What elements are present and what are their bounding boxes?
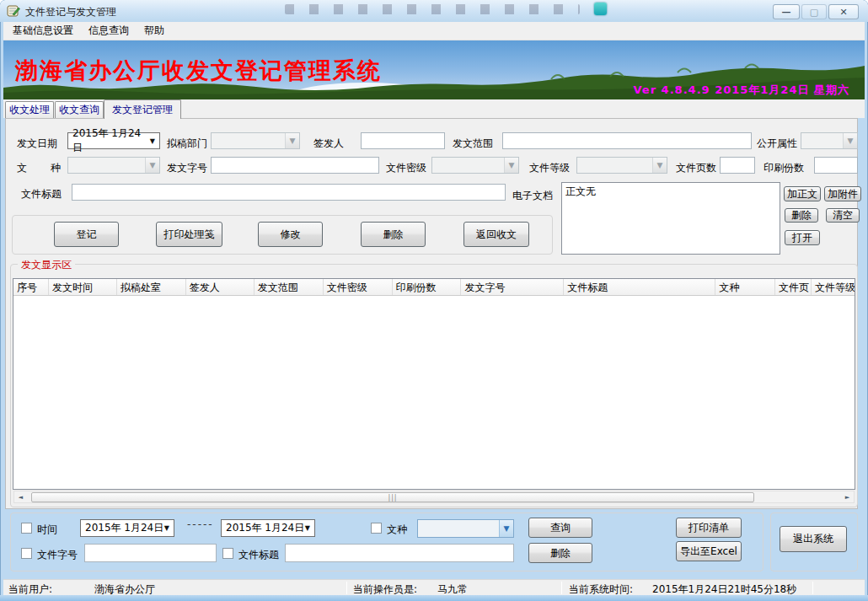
col-doc-type[interactable]: 文种: [715, 279, 775, 295]
chevron-down-icon: ▼: [285, 133, 299, 148]
statusbar-separator: [561, 582, 562, 594]
dropdown-arrow-icon: ▼: [305, 524, 310, 532]
tab-receive-query[interactable]: 收文查询: [55, 101, 104, 118]
chevron-down-icon: ▼: [843, 133, 857, 148]
col-grade[interactable]: 文件等级: [812, 279, 855, 295]
query-doc-type-combo[interactable]: ▼: [417, 519, 514, 538]
display-legend: 发文显示区: [18, 258, 75, 272]
issue-date-picker[interactable]: 2015年 1月24日▼: [67, 132, 160, 149]
col-seq[interactable]: 序号: [13, 279, 49, 295]
col-doc-number[interactable]: 发文字号: [461, 279, 564, 295]
window-bottom-frame: [0, 595, 868, 601]
query-date-to[interactable]: 2015年 1月24日▼: [221, 519, 315, 537]
scroll-left-icon[interactable]: ◄: [14, 491, 27, 502]
copies-input[interactable]: [814, 157, 858, 174]
col-dispatch-time[interactable]: 发文时间: [49, 279, 117, 295]
pages-input[interactable]: [720, 157, 755, 174]
add-attachment-button[interactable]: 加附件: [824, 186, 861, 201]
version-date-line: Ver 4.8.4.9 2015年1月24日 星期六: [634, 83, 849, 98]
col-secrecy[interactable]: 文件密级: [324, 279, 393, 295]
export-excel-button[interactable]: 导出至Excel: [676, 541, 742, 561]
col-pages[interactable]: 文件页: [775, 279, 812, 295]
scrollbar-thumb[interactable]: |||: [31, 492, 754, 502]
menu-item-base-info[interactable]: 基础信息设置: [7, 22, 79, 40]
minimize-button[interactable]: —: [773, 4, 800, 19]
doc-title-checkbox-label: 文件标题: [238, 548, 279, 562]
dispatch-table[interactable]: 序号 发文时间 拟稿处室 签发人 发文范围 文件密级 印刷份数 发文字号 文件标…: [13, 278, 855, 490]
public-attr-label: 公开属性: [757, 137, 797, 151]
minimize-icon: —: [782, 7, 791, 18]
col-signer[interactable]: 签发人: [186, 279, 255, 295]
copies-label: 印刷份数: [764, 161, 804, 175]
menu-bar: 基础信息设置 信息查询 帮助: [3, 22, 865, 40]
col-copies[interactable]: 印刷份数: [393, 279, 462, 295]
tab-dispatch-register[interactable]: 发文登记管理: [104, 99, 181, 119]
doc-type-checkbox-label: 文种: [387, 523, 407, 537]
edoc-listbox[interactable]: 正文无: [561, 182, 780, 255]
desktop-icons-showthrough: [285, 4, 580, 14]
menu-item-help[interactable]: 帮助: [138, 22, 170, 40]
doc-number-checkbox-label: 文件字号: [37, 548, 78, 562]
pages-label: 文件页数: [676, 161, 716, 175]
edoc-clear-button[interactable]: 清空: [826, 208, 860, 223]
chevron-down-icon: ▼: [504, 158, 518, 173]
signer-input[interactable]: [361, 132, 445, 149]
edoc-list-item[interactable]: 正文无: [565, 185, 776, 199]
doc-title-input[interactable]: [72, 184, 506, 201]
tab-receive-process[interactable]: 收文处理: [5, 101, 54, 118]
edoc-label: 电子文档: [512, 189, 553, 203]
register-button[interactable]: 登记: [54, 222, 119, 247]
add-body-button[interactable]: 加正文: [784, 186, 821, 201]
maximize-icon: ▢: [810, 7, 818, 18]
back-to-receive-button[interactable]: 返回收文: [463, 222, 529, 247]
secrecy-combo: ▼: [431, 157, 519, 174]
modify-button[interactable]: 修改: [258, 222, 323, 247]
time-checkbox[interactable]: [21, 523, 32, 534]
exit-system-button[interactable]: 退出系统: [780, 526, 847, 552]
draft-dept-label: 拟稿部门: [167, 137, 207, 151]
chevron-down-icon: ▼: [652, 158, 667, 173]
dropdown-arrow-icon: ▼: [164, 524, 169, 532]
public-attr-combo: ▼: [801, 132, 858, 149]
window-title: 文件登记与发文管理: [25, 5, 116, 19]
edoc-delete-button[interactable]: 删除: [785, 208, 818, 223]
close-icon: ✕: [839, 7, 847, 18]
doc-type-checkbox[interactable]: [371, 523, 382, 534]
system-title: 渤海省办公厅收发文登记管理系统: [15, 56, 382, 86]
col-doc-title[interactable]: 文件标题: [564, 279, 715, 295]
doc-type-label: 文 种: [17, 161, 71, 175]
col-scope[interactable]: 发文范围: [255, 279, 324, 295]
time-checkbox-label: 时间: [37, 523, 57, 537]
query-date-from[interactable]: 2015年 1月24日▼: [80, 519, 174, 537]
doc-number-input[interactable]: [211, 157, 379, 174]
doc-type-combo: ▼: [67, 157, 160, 174]
delete-button[interactable]: 删除: [361, 222, 426, 247]
title-bar: 文件登记与发文管理 — ▢ ✕: [0, 0, 868, 22]
table-header-row: 序号 发文时间 拟稿处室 签发人 发文范围 文件密级 印刷份数 发文字号 文件标…: [13, 279, 855, 296]
doc-number-label: 发文字号: [167, 161, 207, 175]
app-window: 文件登记与发文管理 — ▢ ✕ 基础信息设置 信息查询 帮助 渤海省办公厅收发文…: [0, 0, 868, 601]
doc-number-checkbox[interactable]: [21, 548, 32, 559]
status-bar: 当前用户: 渤海省办公厅 当前操作员是: 马九常 当前系统时间: 2015年1月…: [3, 579, 865, 595]
doc-title-label: 文件标题: [21, 187, 62, 201]
query-delete-button[interactable]: 删除: [528, 543, 592, 563]
query-doc-number-input[interactable]: [84, 544, 217, 562]
query-doc-title-input[interactable]: [285, 544, 514, 562]
print-slip-button[interactable]: 打印处理笺: [156, 222, 222, 247]
horizontal-scrollbar[interactable]: ◄ ► |||: [13, 491, 855, 503]
chevron-down-icon: ▼: [499, 520, 513, 537]
menu-item-info-query[interactable]: 信息查询: [83, 22, 135, 40]
query-search-button[interactable]: 查询: [528, 518, 592, 538]
col-draft-office[interactable]: 拟稿处室: [117, 279, 186, 295]
chevron-down-icon: ▼: [145, 158, 159, 173]
edoc-open-button[interactable]: 打开: [785, 230, 820, 245]
close-button[interactable]: ✕: [828, 4, 859, 19]
scope-input[interactable]: [502, 132, 752, 149]
statusbar-separator: [812, 582, 813, 594]
statusbar-separator: [346, 582, 347, 594]
doc-title-checkbox[interactable]: [222, 548, 233, 559]
tab-strip: 收文处理 收文查询 发文登记管理: [3, 99, 865, 118]
scroll-right-icon[interactable]: ►: [841, 491, 854, 502]
grade-label: 文件等级: [529, 161, 570, 175]
print-list-button[interactable]: 打印清单: [676, 518, 742, 538]
